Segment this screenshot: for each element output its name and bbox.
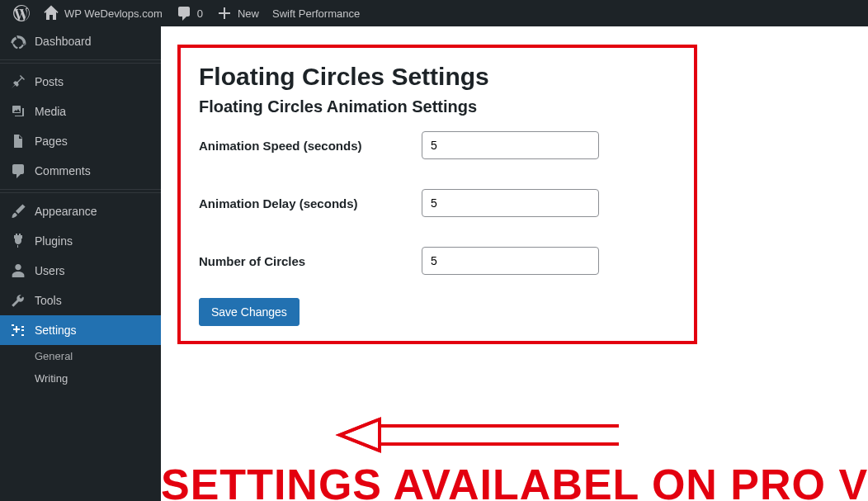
sidebar-item-users[interactable]: Users xyxy=(0,256,161,286)
home-icon xyxy=(43,5,59,21)
sidebar-item-label: Appearance xyxy=(35,205,97,218)
site-home-link[interactable]: WP WeDevlops.com xyxy=(36,0,169,26)
sidebar-item-label: Posts xyxy=(35,75,64,88)
swift-performance-link[interactable]: Swift Performance xyxy=(266,0,366,26)
pro-version-banner: SETTINGS AVAILABEL ON PRO VERSION xyxy=(161,460,868,501)
sidebar-item-label: Users xyxy=(35,264,65,277)
page-title: Floating Circles Settings xyxy=(199,63,676,91)
sidebar-item-settings[interactable]: Settings xyxy=(0,315,161,345)
admin-topbar: WP WeDevlops.com 0 New Swift Performance xyxy=(0,0,868,26)
sidebar-item-label: Tools xyxy=(35,294,62,307)
pin-icon xyxy=(10,73,26,90)
sidebar-item-label: Settings xyxy=(35,324,77,337)
form-row-animation-delay: Animation Delay (seconds) xyxy=(199,189,676,217)
new-label: New xyxy=(238,7,259,20)
settings-panel: Floating Circles Settings Floating Circl… xyxy=(177,45,697,344)
brush-icon xyxy=(10,203,26,220)
arrow-annotation xyxy=(330,414,627,456)
submenu-item-general[interactable]: General xyxy=(0,345,161,367)
tools-icon xyxy=(10,292,26,309)
sidebar-item-comments[interactable]: Comments xyxy=(0,156,161,186)
wp-logo[interactable] xyxy=(7,0,36,26)
main-content: Floating Circles Settings Floating Circl… xyxy=(161,26,868,501)
sidebar-item-plugins[interactable]: Plugins xyxy=(0,226,161,256)
animation-delay-input[interactable] xyxy=(422,189,599,217)
site-name: WP WeDevlops.com xyxy=(64,7,163,20)
sidebar-item-posts[interactable]: Posts xyxy=(0,67,161,97)
sidebar-item-label: Plugins xyxy=(35,234,73,248)
media-icon xyxy=(10,103,26,120)
comments-count: 0 xyxy=(197,7,203,20)
sidebar-item-appearance[interactable]: Appearance xyxy=(0,196,161,226)
number-circles-input[interactable] xyxy=(422,247,599,275)
admin-sidebar: Dashboard Posts Media Pages Comments App… xyxy=(0,26,161,501)
sidebar-separator xyxy=(0,189,161,193)
plus-icon xyxy=(216,5,233,21)
user-icon xyxy=(10,262,26,279)
settings-icon xyxy=(10,322,26,338)
form-row-number-circles: Number of Circles xyxy=(199,247,676,275)
sidebar-item-label: Media xyxy=(35,105,66,118)
sidebar-item-pages[interactable]: Pages xyxy=(0,126,161,156)
field-label: Animation Delay (seconds) xyxy=(199,196,422,210)
sidebar-item-dashboard[interactable]: Dashboard xyxy=(0,26,161,56)
wordpress-icon xyxy=(13,5,30,21)
dashboard-icon xyxy=(10,33,26,50)
save-button[interactable]: Save Changes xyxy=(199,298,300,326)
form-row-animation-speed: Animation Speed (seconds) xyxy=(199,131,676,159)
sidebar-item-label: Comments xyxy=(35,164,91,177)
animation-speed-input[interactable] xyxy=(422,131,599,159)
sidebar-item-label: Dashboard xyxy=(35,35,92,48)
field-label: Animation Speed (seconds) xyxy=(199,139,422,153)
comment-icon xyxy=(10,163,26,179)
comment-icon xyxy=(176,5,192,21)
submenu-item-writing[interactable]: Writing xyxy=(0,367,161,390)
sidebar-item-media[interactable]: Media xyxy=(0,97,161,126)
field-label: Number of Circles xyxy=(199,254,422,268)
plugin-icon xyxy=(10,233,26,249)
settings-submenu: General Writing xyxy=(0,345,161,390)
swift-label: Swift Performance xyxy=(272,7,360,20)
new-content-link[interactable]: New xyxy=(210,0,266,26)
sidebar-item-label: Pages xyxy=(35,135,68,148)
sidebar-item-tools[interactable]: Tools xyxy=(0,286,161,315)
comments-link[interactable]: 0 xyxy=(169,0,210,26)
pages-icon xyxy=(10,133,26,149)
sidebar-separator xyxy=(0,59,161,64)
page-subtitle: Floating Circles Animation Settings xyxy=(199,97,676,116)
